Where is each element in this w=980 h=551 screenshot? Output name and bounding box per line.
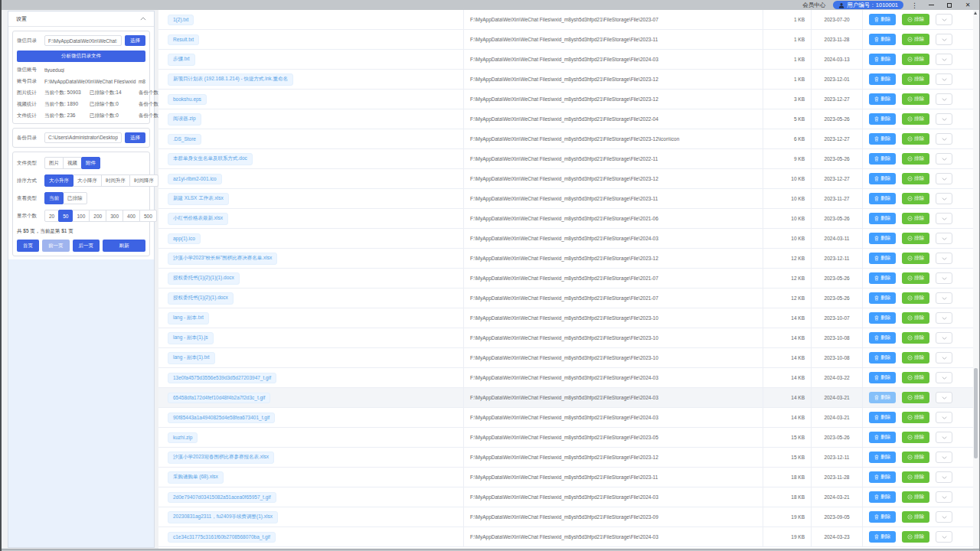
file-name-tag[interactable]: 新项目计划表 (192.168.1.214) - 快捷方式.lnk.重命名 <box>168 73 293 86</box>
delete-button[interactable]: 删除 <box>869 272 896 284</box>
exclude-button[interactable]: 排除 <box>902 34 929 45</box>
exclude-button[interactable]: 排除 <box>902 272 929 284</box>
delete-button[interactable]: 删除 <box>869 352 896 364</box>
page-size-option-1[interactable]: 20 <box>44 210 59 222</box>
row-dropdown-button[interactable] <box>936 34 952 45</box>
exclude-button[interactable]: 排除 <box>902 73 929 85</box>
file-name-tag[interactable]: 13e0fa4575d3556e539d3d5d27203947_t.gif <box>168 373 276 383</box>
delete-button[interactable]: 删除 <box>869 332 896 344</box>
exclude-button[interactable]: 排除 <box>902 432 929 443</box>
row-dropdown-button[interactable] <box>936 173 952 184</box>
file-name-tag[interactable]: bookshu.eps <box>168 94 207 105</box>
sort-option-2[interactable]: 大小降序 <box>73 174 102 187</box>
exclude-button[interactable]: 排除 <box>902 312 929 324</box>
next-page-button[interactable]: 后一页 <box>73 240 100 252</box>
row-dropdown-button[interactable] <box>936 93 952 105</box>
row-dropdown-button[interactable] <box>936 253 952 264</box>
row-dropdown-button[interactable] <box>936 73 952 85</box>
backup-dir-input[interactable] <box>44 132 122 143</box>
close-button[interactable]: ✕ <box>962 1 973 9</box>
row-dropdown-button[interactable] <box>936 491 952 503</box>
delete-button[interactable]: 删除 <box>869 511 896 523</box>
delete-button[interactable]: 删除 <box>869 432 896 443</box>
row-dropdown-button[interactable] <box>936 14 952 25</box>
page-size-option-3[interactable]: 100 <box>72 210 90 222</box>
view-type-option-2[interactable]: 已排除 <box>63 192 87 204</box>
delete-button[interactable]: 删除 <box>869 452 896 463</box>
exclude-button[interactable]: 排除 <box>902 332 929 344</box>
page-size-option-4[interactable]: 200 <box>89 210 106 222</box>
file-name-tag[interactable]: 授权委托书(1)(2)(1).docx <box>168 292 234 305</box>
row-dropdown-button[interactable] <box>936 352 952 364</box>
exclude-button[interactable]: 排除 <box>902 392 929 403</box>
exclude-button[interactable]: 排除 <box>902 491 929 503</box>
exclude-button[interactable]: 排除 <box>902 352 929 364</box>
exclude-button[interactable]: 排除 <box>902 471 929 483</box>
file-name-tag[interactable]: 新建 XLSX 工作表.xlsx <box>168 193 229 205</box>
sort-option-4[interactable]: 时间降序 <box>129 174 158 187</box>
wechat-dir-input[interactable] <box>44 35 122 46</box>
exclude-button[interactable]: 排除 <box>902 93 929 105</box>
delete-button[interactable]: 删除 <box>869 54 896 65</box>
settings-panel-header[interactable]: 设置 <box>8 11 154 27</box>
exclude-button[interactable]: 排除 <box>902 412 929 423</box>
file-name-tag[interactable]: 20230831ag2311，fu2409手续费调整(1).xlsx <box>168 511 278 523</box>
row-dropdown-button[interactable] <box>936 392 952 403</box>
file-name-tag[interactable]: 本群单身女生名单及联系方式.doc <box>168 153 253 165</box>
row-dropdown-button[interactable] <box>936 54 952 65</box>
delete-button[interactable]: 删除 <box>869 312 896 324</box>
exclude-button[interactable]: 排除 <box>902 54 929 65</box>
exclude-button[interactable]: 排除 <box>902 372 929 383</box>
delete-button[interactable]: 删除 <box>869 292 896 304</box>
row-dropdown-button[interactable] <box>936 133 952 145</box>
delete-button[interactable]: 删除 <box>869 392 896 403</box>
page-size-option-5[interactable]: 300 <box>106 210 123 222</box>
row-dropdown-button[interactable] <box>936 531 952 543</box>
row-dropdown-button[interactable] <box>936 312 952 324</box>
exclude-button[interactable]: 排除 <box>902 213 929 224</box>
delete-button[interactable]: 删除 <box>869 153 896 165</box>
exclude-button[interactable]: 排除 <box>902 153 929 165</box>
exclude-button[interactable]: 排除 <box>902 173 929 184</box>
analyze-button[interactable]: 分析微信目录文件 <box>17 51 145 62</box>
delete-button[interactable]: 删除 <box>869 491 896 503</box>
delete-button[interactable]: 删除 <box>869 73 896 85</box>
exclude-button[interactable]: 排除 <box>902 193 929 204</box>
file-name-tag[interactable]: .DS_Store <box>168 134 201 145</box>
file-name-tag[interactable]: 65458dfa172d4fef10d48f4b2a7f2d3c_t.gif <box>168 393 270 403</box>
file-type-option-1[interactable]: 图片 <box>44 157 64 169</box>
row-dropdown-button[interactable] <box>936 193 952 204</box>
row-dropdown-button[interactable] <box>936 272 952 284</box>
backup-dir-choose-button[interactable]: 选择 <box>125 132 145 143</box>
file-name-tag[interactable]: Result.txt <box>168 34 199 45</box>
file-name-tag[interactable]: 阅读器.zip <box>168 113 201 126</box>
view-type-option-1[interactable]: 当前 <box>44 192 64 204</box>
file-name-tag[interactable]: 小红书价格表最新.xlsx <box>168 213 228 225</box>
page-size-option-6[interactable]: 400 <box>122 210 140 222</box>
file-name-tag[interactable]: app(1).ico <box>168 233 201 244</box>
row-dropdown-button[interactable] <box>936 113 952 125</box>
minimize-button[interactable] <box>926 1 936 9</box>
row-dropdown-button[interactable] <box>936 511 952 523</box>
user-id-badge[interactable]: 用户编号：1010001 <box>833 1 903 9</box>
sort-option-1[interactable]: 大小升序 <box>44 174 74 187</box>
file-name-tag[interactable]: 步骤.txt <box>168 54 195 66</box>
file-name-tag[interactable]: 90f85443a1a4940825d4e58fea673401_t.gif <box>168 412 275 423</box>
file-name-tag[interactable]: 采购请购单 (68).xlsx <box>168 471 224 484</box>
delete-button[interactable]: 删除 <box>869 233 896 244</box>
file-name-tag[interactable]: 2d0e79407d03415082a51acea0f65957_t.gif <box>168 492 276 503</box>
page-size-option-2[interactable]: 50 <box>58 210 73 222</box>
exclude-button[interactable]: 排除 <box>902 113 929 125</box>
refresh-button[interactable]: 刷新 <box>103 240 145 252</box>
delete-button[interactable]: 删除 <box>869 34 896 45</box>
file-name-tag[interactable]: lang - 副本(1).txt <box>168 352 215 364</box>
scroll-up-arrow-icon[interactable] <box>974 11 977 15</box>
delete-button[interactable]: 删除 <box>869 14 896 25</box>
file-name-tag[interactable]: kuzhi.zip <box>168 432 198 443</box>
delete-button[interactable]: 删除 <box>869 531 896 543</box>
scrollbar-thumb[interactable] <box>974 368 978 458</box>
exclude-button[interactable]: 排除 <box>902 452 929 463</box>
file-name-tag[interactable]: lang - 副本(1).js <box>168 332 214 344</box>
delete-button[interactable]: 删除 <box>869 412 896 423</box>
exclude-button[interactable]: 排除 <box>902 511 929 523</box>
